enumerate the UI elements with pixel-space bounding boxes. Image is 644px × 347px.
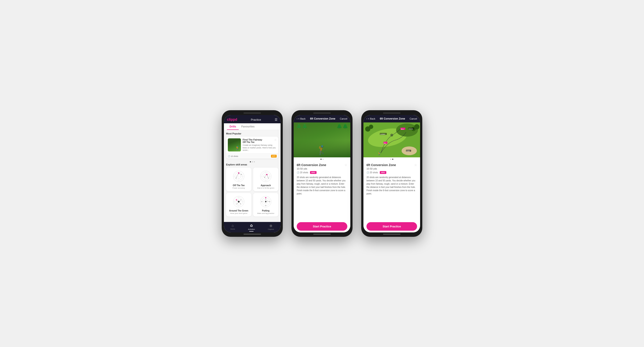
phone-3-screen: ‹ < Back 6ft Conversion Zone Cancel (364, 115, 420, 232)
phone2-shots-text: 20 shots (300, 171, 308, 174)
skill-card-approach[interactable]: Approach Dial-in to hit the green (253, 168, 278, 191)
svg-text:Hit: Hit (384, 143, 386, 144)
phone2-hero-image: 🌲🌲 🌲🌲 🏌️ (294, 122, 350, 157)
menu-icon[interactable]: ☰ (275, 118, 278, 121)
svg-point-44 (369, 125, 373, 129)
phone-home-indicator-1 (244, 234, 261, 235)
nav-capture-label: Capture (268, 228, 274, 230)
nav-home[interactable]: ⌂ Home (230, 224, 235, 232)
phone3-footer: Start Practice (364, 220, 420, 232)
tab-drills[interactable]: Drills (227, 123, 239, 130)
featured-drill-image (228, 138, 241, 151)
featured-card-footer: 🕐 10 shots OTT (226, 153, 278, 159)
skill-grid: Off The Tee Power accuracy (226, 168, 278, 216)
featured-star-icon[interactable]: ☆ (274, 138, 277, 143)
dot-1 (250, 161, 251, 162)
back-label: < Back (298, 117, 306, 120)
putting-icon-area (259, 195, 272, 208)
clock-icon-p2: 🕐 (297, 171, 299, 174)
ott-icon-area (232, 170, 245, 183)
svg-point-48 (391, 135, 392, 136)
phone2-detail: 6ft Conversion Zone 10-50 yds ☆ 🕐 20 sho… (294, 161, 350, 220)
phone3-meta-row: 🕐 20 shots ARG (366, 171, 417, 174)
phone3-header: ‹ < Back 6ft Conversion Zone Cancel (364, 115, 420, 122)
atg-skill-desc: Hone your short game (228, 212, 249, 214)
ott-skill-desc: Power accuracy (228, 187, 249, 189)
atg-icon-svg (232, 195, 245, 208)
featured-drill-info: Find The Fairway Off The Tee ☆ Create an… (243, 138, 277, 152)
phone1-tabs: Drills Favourites (224, 123, 280, 130)
phone3-map: Miss Hit FAIRWAY ROUGH SAND 🏌️ (364, 122, 420, 157)
skill-card-ott[interactable]: Off The Tee Power accuracy (226, 168, 251, 191)
nav-activities[interactable]: ♻ Activities (248, 224, 255, 232)
svg-text:🏌️: 🏌️ (378, 152, 382, 156)
hero-overlay (294, 122, 350, 157)
ott-icon-svg (232, 170, 245, 183)
approach-icon-area (259, 170, 272, 183)
phone2-drill-info: 6ft Conversion Zone 10-50 yds (297, 163, 326, 171)
back-chevron-icon: ‹ (297, 117, 298, 120)
golfer-image (228, 138, 241, 151)
phone-notch-3 (383, 112, 400, 114)
svg-line-9 (236, 173, 239, 178)
ott-badge: OTT (271, 155, 277, 158)
approach-skill-desc: Dial-in to hit the green (255, 187, 276, 189)
phone2-star-icon[interactable]: ☆ (344, 163, 347, 167)
phone2-meta-row: 🕐 20 shots ARG (297, 171, 347, 174)
back-chevron-icon-p3: ‹ (366, 117, 367, 120)
svg-point-36 (262, 201, 262, 202)
clock-icon-p3: 🕐 (366, 171, 369, 174)
putting-skill-desc: Make and lag practice (255, 212, 276, 214)
svg-point-25 (240, 199, 241, 200)
nav-activities-label: Activities (248, 228, 255, 230)
start-practice-button-p2[interactable]: Start Practice (297, 222, 347, 231)
phone2-carousel-dots (294, 157, 350, 161)
phone2-title-row: 6ft Conversion Zone 10-50 yds ☆ (297, 163, 347, 171)
phone-notch-1 (244, 112, 261, 114)
arg-badge-p3: ARG (380, 171, 386, 174)
tab-favourites[interactable]: Favourites (239, 123, 257, 130)
phone2-cancel-button[interactable]: Cancel (340, 117, 347, 120)
phone3-star-icon[interactable]: ☆ (414, 163, 417, 167)
phone1-content: Most Popular Find The Fairway Off The Te… (224, 130, 280, 222)
phone3-shots-text: 20 shots (370, 171, 378, 174)
phone2-shots: 🕐 20 shots (297, 171, 308, 174)
back-label-p3: < Back (368, 117, 376, 120)
phone3-cancel-button[interactable]: Cancel (410, 117, 417, 120)
svg-point-33 (265, 201, 266, 202)
svg-text:ROUGH: ROUGH (408, 128, 413, 130)
svg-point-37 (265, 205, 266, 206)
phone1-header: clippd Practice ☰ (224, 115, 280, 123)
atg-icon-area (232, 195, 245, 208)
svg-point-26 (236, 203, 238, 204)
carousel-dots (226, 160, 278, 163)
p2-dot-2 (322, 159, 324, 160)
skill-card-putting[interactable]: Putting Make and lag practice (253, 193, 278, 216)
phone3-back-button[interactable]: ‹ < Back (366, 117, 376, 120)
featured-drill-desc: Create an imaginary fairway using trees … (243, 144, 277, 152)
skill-card-atg[interactable]: Around The Green Hone your short game (226, 193, 251, 216)
phone3-drill-title: 6ft Conversion Zone (366, 163, 396, 167)
approach-icon-svg (259, 170, 272, 183)
start-practice-button-p3[interactable]: Start Practice (366, 222, 417, 231)
svg-text:SAND: SAND (406, 150, 410, 152)
phone3-description: 20 shots are randomly generated at dista… (366, 176, 417, 195)
phone-2: ‹ < Back 6ft Conversion Zone Cancel 🌲🌲 🌲… (292, 110, 352, 237)
nav-home-label: Home (230, 228, 235, 230)
phone3-title-row: 6ft Conversion Zone 10-50 yds ☆ (366, 163, 417, 171)
p3-dot-1 (390, 159, 391, 160)
home-icon: ⌂ (232, 224, 234, 228)
phone3-drill-info: 6ft Conversion Zone 10-50 yds (366, 163, 396, 171)
featured-drill-card[interactable]: Find The Fairway Off The Tee ☆ Create an… (226, 137, 278, 159)
phone2-back-button[interactable]: ‹ < Back (297, 117, 306, 120)
arg-badge-p2: ARG (310, 171, 316, 174)
phone2-header-title: 6ft Conversion Zone (310, 117, 335, 120)
svg-line-8 (239, 173, 241, 175)
phone-1-screen: clippd Practice ☰ Drills Favourites Most… (224, 115, 280, 232)
nav-capture[interactable]: ⊕ Capture (268, 224, 274, 232)
featured-shots: 🕐 10 shots (228, 155, 238, 157)
activities-icon: ♻ (250, 224, 253, 228)
course-map-svg: Miss Hit FAIRWAY ROUGH SAND 🏌️ (364, 122, 420, 157)
phone-home-indicator-2 (313, 234, 331, 235)
phone2-footer: Start Practice (294, 220, 350, 232)
